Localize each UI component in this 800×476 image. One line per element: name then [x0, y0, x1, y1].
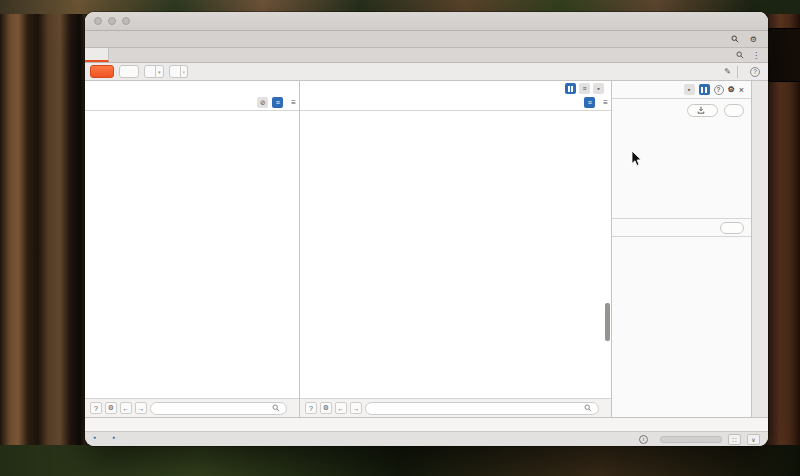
next-match-button[interactable]: → [135, 402, 147, 414]
gear-icon[interactable]: ⚙ [728, 85, 735, 94]
search-icon [731, 35, 739, 43]
help-icon[interactable]: ? [750, 67, 760, 77]
chevron-down-icon[interactable]: ▾ [156, 65, 164, 78]
search-icon [584, 404, 592, 412]
close-panel-icon[interactable]: × [739, 85, 744, 95]
window-status-bar: ● ● i ∷ ∨ [85, 431, 768, 446]
collapsed-view-icon[interactable]: ▪ [684, 84, 695, 95]
zoom-window-button[interactable] [122, 17, 130, 25]
request-editor-tabs: ⊘ ≡ ≡ [85, 96, 299, 111]
editor-menu-icon[interactable]: ≡ [603, 98, 608, 107]
request-panel: ⊘ ≡ ≡ ? ⚙ ← → [85, 81, 300, 417]
settings-button[interactable]: ⚙ [750, 35, 759, 44]
add-tab-button[interactable] [109, 48, 127, 62]
output-header [612, 218, 751, 237]
more-options-icon[interactable]: ⋮ [752, 51, 760, 60]
expanded-view-icon[interactable] [699, 84, 710, 95]
garbage-collect-button[interactable]: ∷ [728, 434, 741, 445]
editor-menu-icon[interactable]: ≡ [291, 98, 296, 107]
memory-bar [660, 436, 722, 443]
search-icon [272, 404, 280, 412]
load-icon [697, 106, 705, 114]
history-back-button[interactable]: ▾ [144, 65, 164, 78]
minimize-window-button[interactable] [108, 17, 116, 25]
burp-suite-window: ⚙ ⋮ ▾ ▾ ✎ ? [85, 12, 768, 446]
response-panel: ≡ ▪ ≡ ≡ ? ⚙ ← → [300, 81, 612, 417]
forest-background-left [0, 0, 86, 476]
help-icon[interactable]: ? [714, 85, 724, 95]
response-editor-tabs: ≡ ≡ [300, 96, 611, 111]
response-search-bar: ? ⚙ ← → [300, 398, 611, 417]
project-bambdas-row [612, 99, 751, 121]
forward-arrow[interactable] [169, 65, 181, 78]
collapse-status-button[interactable]: ∨ [747, 434, 760, 445]
output-area [612, 237, 751, 417]
next-match-button[interactable]: → [350, 402, 362, 414]
request-editor[interactable] [85, 111, 299, 398]
columns-layout-icon[interactable] [565, 83, 576, 94]
traffic-lights [94, 17, 130, 25]
all-issues-button[interactable]: ● [112, 434, 115, 444]
prettify-toggle-icon[interactable]: ≡ [272, 97, 283, 108]
load-button[interactable] [687, 104, 718, 117]
request-search-bar: ? ⚙ ← → [85, 398, 299, 417]
side-tab-strip [752, 81, 768, 417]
clear-output-button[interactable] [720, 222, 744, 234]
gear-icon: ⚙ [750, 35, 757, 44]
edit-target-icon[interactable]: ✎ [724, 67, 731, 76]
notification-dot: ● [93, 434, 96, 440]
chevron-down-icon[interactable]: ▾ [181, 65, 189, 78]
search-field[interactable] [372, 405, 584, 412]
desktop-recording-thumbnail[interactable] [767, 28, 800, 82]
history-forward-button[interactable]: ▾ [169, 65, 189, 78]
response-search-input[interactable] [365, 402, 599, 415]
window-titlebar[interactable] [85, 12, 768, 31]
search-help-icon[interactable]: ? [90, 402, 102, 414]
forest-background-bottom [0, 445, 800, 476]
new-button[interactable] [724, 104, 744, 117]
search-field[interactable] [157, 405, 272, 412]
mouse-cursor [630, 150, 642, 168]
session-tab-sql-attack[interactable] [85, 48, 109, 62]
divider [737, 66, 738, 78]
custom-actions-panel: ▪ ? ⚙ × [612, 81, 752, 417]
cancel-button[interactable] [119, 65, 139, 78]
search-settings-icon[interactable]: ⚙ [320, 402, 332, 414]
previous-match-button[interactable]: ← [335, 402, 347, 414]
url-encode-toggle-icon[interactable]: ⊘ [257, 97, 268, 108]
search-icon[interactable] [736, 51, 744, 59]
response-editor[interactable] [300, 111, 611, 398]
rows-layout-icon[interactable]: ≡ [579, 83, 590, 94]
request-search-input[interactable] [150, 402, 287, 415]
single-layout-icon[interactable]: ▪ [593, 83, 604, 94]
main-tab-bar: ⚙ [85, 31, 768, 48]
prettify-toggle-icon[interactable]: ≡ [584, 97, 595, 108]
repeater-toolbar: ▾ ▾ ✎ ? [85, 63, 768, 81]
repeater-tab-bar: ⋮ [85, 48, 768, 63]
response-scrollbar[interactable] [605, 303, 610, 341]
close-window-button[interactable] [94, 17, 102, 25]
info-icon[interactable]: i [639, 435, 648, 444]
send-button[interactable] [90, 65, 114, 78]
event-log-button[interactable]: ● [93, 434, 96, 444]
notification-dot: ● [112, 434, 115, 440]
search-settings-icon[interactable]: ⚙ [105, 402, 117, 414]
previous-match-button[interactable]: ← [120, 402, 132, 414]
editor-status-row [85, 417, 768, 431]
search-help-icon[interactable]: ? [305, 402, 317, 414]
global-search-button[interactable] [731, 35, 741, 43]
custom-actions-empty-area [612, 121, 751, 218]
back-arrow[interactable] [144, 65, 156, 78]
